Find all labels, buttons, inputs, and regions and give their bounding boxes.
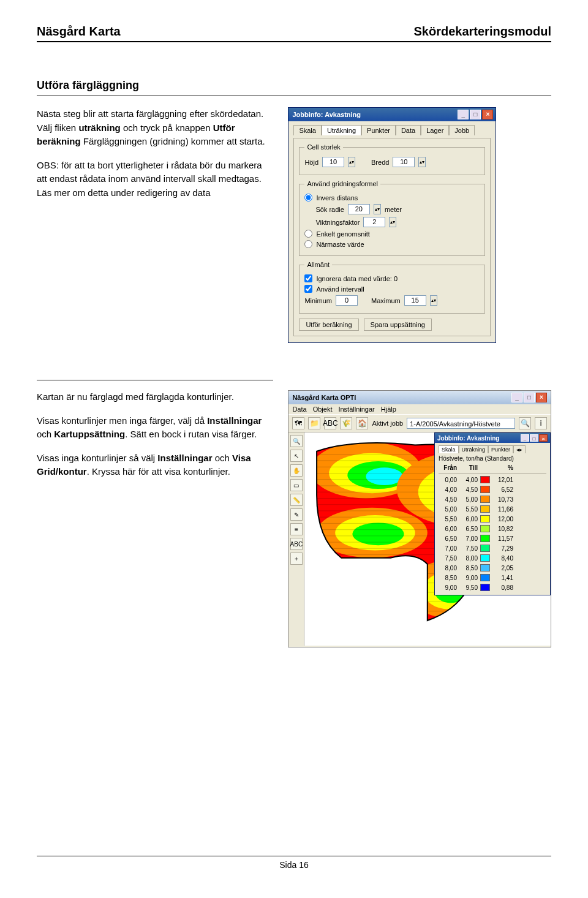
close-button[interactable]: × — [482, 110, 493, 119]
svg-point-4 — [366, 467, 403, 485]
tab-data[interactable]: Data — [396, 125, 421, 135]
legend-row: 8,008,502,05 — [439, 563, 546, 573]
fld-bredd[interactable]: 10 — [393, 157, 415, 167]
active-job-label: Aktivt jobb — [372, 420, 403, 427]
map-canvas[interactable]: Jobbinfo: Avkastning _ □ × Skala Uträkni… — [304, 432, 551, 646]
toolbar-icon-5[interactable]: 🏠 — [356, 417, 368, 429]
btn-calc[interactable]: Utför beräkning — [299, 319, 358, 331]
legend-tab-skala[interactable]: Skala — [439, 445, 459, 453]
tool-layer-icon[interactable]: ≡ — [290, 523, 303, 535]
lbl-min: Minimum — [304, 297, 332, 304]
section1-title: Utföra färgläggning — [37, 79, 551, 96]
menu-objekt[interactable]: Objekt — [313, 406, 333, 413]
legend-row: 6,507,0011,57 — [439, 534, 546, 543]
legend-row: 4,004,506,52 — [439, 485, 546, 494]
spin-sokradie[interactable]: ▴▾ — [374, 204, 381, 214]
lbl-max: Maximum — [371, 297, 401, 304]
tool-zoom-icon[interactable]: 🔍 — [290, 435, 303, 447]
legend-min-icon[interactable]: _ — [521, 434, 529, 442]
chk-ignorera[interactable] — [304, 274, 312, 282]
side-toolbar: 🔍 ↖ ✋ ▭ 📏 ✎ ≡ ABC + — [288, 432, 304, 646]
dialog-tabs: Skala Uträkning Punkter Data Lager Jobb — [293, 125, 491, 135]
menu-hjalp[interactable]: Hjälp — [381, 406, 396, 413]
fld-min[interactable]: 0 — [336, 295, 358, 306]
tool-measure-icon[interactable]: 📏 — [290, 494, 303, 506]
app-toolbar: 🗺 📁 ABC 🌾 🏠 Aktivt jobb 1-A/2005/Avkastn… — [288, 414, 551, 432]
toolbar-zoom-icon[interactable]: 🔍 — [519, 417, 531, 429]
group-cell: Cell storlek — [304, 143, 342, 151]
active-job-field[interactable]: 1-A/2005/Avkastning/Höstvete — [407, 418, 515, 429]
fld-sokradie[interactable]: 20 — [348, 204, 370, 214]
tool-abc-icon[interactable]: ABC — [290, 538, 303, 550]
legend-tab-utrakning[interactable]: Uträkning — [459, 445, 489, 453]
fld-max[interactable]: 15 — [404, 295, 426, 306]
btn-save[interactable]: Spara uppsättning — [364, 319, 432, 331]
legend-row: 9,009,500,88 — [439, 583, 546, 592]
dialog-titlebar: Jobbinfo: Avkastning _ □ × — [288, 108, 496, 121]
legend-tab-more[interactable]: ◂▸ — [513, 445, 526, 453]
legend-row: 5,506,0012,00 — [439, 514, 546, 524]
menu-installningar[interactable]: Inställningar — [338, 406, 374, 413]
section2-p2: Visas konturlinjer men inga färger, välj… — [37, 414, 273, 442]
tool-draw-icon[interactable]: ✎ — [290, 508, 303, 521]
spin-hojd[interactable]: ▴▾ — [348, 157, 355, 167]
app-min-icon[interactable]: _ — [511, 393, 522, 402]
minimize-button[interactable]: _ — [458, 110, 469, 119]
app-max-icon[interactable]: □ — [524, 393, 535, 402]
page-footer: Sida 16 — [37, 856, 551, 870]
legend-panel: Jobbinfo: Avkastning _ □ × Skala Uträkni… — [434, 432, 551, 595]
group-grid: Använd gridningsformel — [304, 180, 380, 187]
group-allmant: Allmänt — [304, 261, 332, 268]
fld-vikt[interactable]: 2 — [363, 217, 385, 227]
tab-jobb[interactable]: Jobb — [449, 125, 475, 135]
tab-utrakning[interactable]: Uträkning — [322, 125, 361, 135]
tool-hand-icon[interactable]: ✋ — [290, 464, 303, 477]
toolbar-icon-2[interactable]: 📁 — [308, 417, 320, 429]
legend-subtitle: Höstvete, ton/ha (Standard) — [439, 455, 546, 462]
section2-p3: Visas inga konturlinjer så välj Inställn… — [37, 451, 273, 479]
toolbar-info-icon[interactable]: i — [535, 417, 547, 429]
legend-row: 8,509,001,41 — [439, 573, 546, 583]
tab-punkter[interactable]: Punkter — [361, 125, 396, 135]
section1-paragraph1: Nästa steg blir att starta färgläggning … — [37, 107, 273, 149]
legend-row: 7,508,008,40 — [439, 553, 546, 563]
toolbar-icon-1[interactable]: 🗺 — [292, 417, 304, 429]
header-left: Näsgård Karta — [37, 25, 121, 39]
legend-row: 5,005,5011,66 — [439, 504, 546, 514]
tool-select-icon[interactable]: ▭ — [290, 479, 303, 491]
spin-vikt[interactable]: ▴▾ — [389, 217, 396, 227]
legend-tab-punkter[interactable]: Punkter — [488, 445, 513, 453]
fld-hojd[interactable]: 10 — [322, 157, 344, 167]
svg-point-11 — [353, 523, 404, 545]
legend-row: 7,007,507,29 — [439, 543, 546, 553]
legend-close-icon[interactable]: × — [539, 434, 548, 442]
legend-row: 0,004,0012,01 — [439, 475, 546, 485]
section-divider — [37, 380, 273, 380]
tab-lager[interactable]: Lager — [421, 125, 449, 135]
radio-enkelt[interactable] — [304, 230, 312, 238]
app-window: Näsgård Karta OPTI _ □ × Data Objekt Ins… — [288, 390, 551, 647]
legend-title-text: Jobbinfo: Avkastning — [437, 435, 499, 442]
radio-narmaste[interactable] — [304, 240, 312, 248]
lbl-vikt: Viktningsfaktor — [315, 219, 360, 226]
toolbar-icon-4[interactable]: 🌾 — [340, 417, 352, 429]
app-menubar: Data Objekt Inställningar Hjälp — [288, 404, 551, 414]
spin-max[interactable]: ▴▾ — [430, 295, 437, 306]
tab-skala[interactable]: Skala — [293, 125, 322, 135]
legend-row: 6,006,5010,82 — [439, 524, 546, 534]
tool-plus-icon[interactable]: + — [290, 553, 303, 565]
toolbar-icon-3[interactable]: ABC — [324, 417, 336, 429]
menu-data[interactable]: Data — [292, 406, 306, 413]
radio-invers[interactable] — [304, 194, 312, 202]
maximize-button[interactable]: □ — [470, 110, 481, 119]
dialog-title-text: Jobbinfo: Avkastning — [292, 111, 361, 118]
chk-intervall[interactable] — [304, 285, 312, 293]
app-close-icon[interactable]: × — [536, 393, 547, 402]
spin-bredd[interactable]: ▴▾ — [418, 157, 426, 167]
tool-pointer-icon[interactable]: ↖ — [290, 450, 303, 462]
section2-p1: Kartan är nu färglagd med färglagda kont… — [37, 390, 273, 404]
legend-row: 4,505,0010,73 — [439, 494, 546, 504]
lbl-sokradie: Sök radie — [315, 206, 344, 213]
app-titlebar: Näsgård Karta OPTI _ □ × — [288, 391, 551, 404]
legend-max-icon[interactable]: □ — [530, 434, 538, 442]
